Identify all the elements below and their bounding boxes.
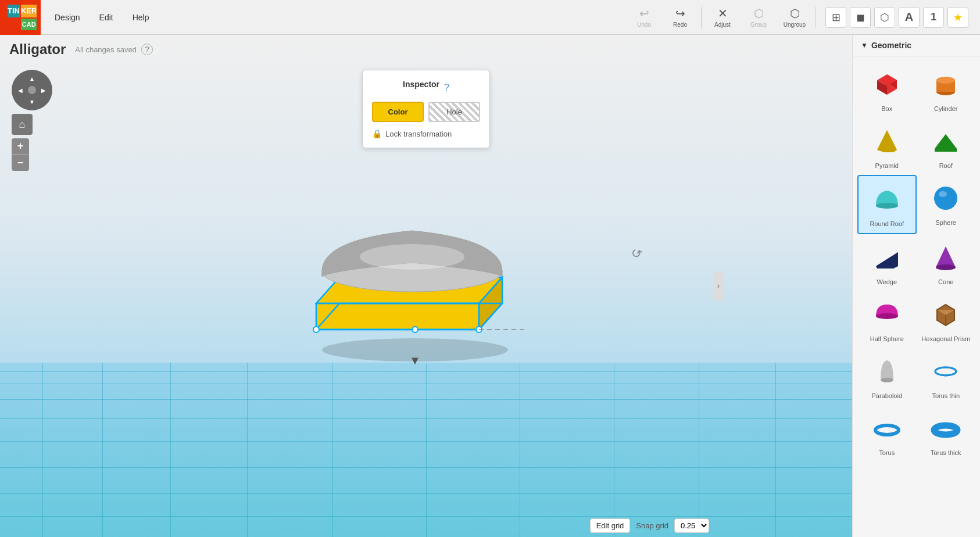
shape-roof[interactable]: Roof: [917, 118, 976, 175]
svg-point-10: [360, 244, 464, 270]
roof-icon: [928, 124, 963, 159]
project-title[interactable]: Alligator: [9, 41, 66, 58]
num-view-icon[interactable]: 1: [923, 7, 944, 28]
round-roof-icon: [870, 182, 904, 217]
shape-cylinder[interactable]: Cylinder: [917, 61, 976, 118]
logo-tin: TIN: [8, 5, 20, 18]
shape-half-sphere[interactable]: Half Sphere: [857, 291, 917, 348]
snap-grid-label: Snap grid: [636, 521, 668, 530]
svg-point-41: [935, 367, 956, 375]
project-help-btn[interactable]: ?: [141, 44, 153, 55]
cube-view-icon[interactable]: ◼: [850, 7, 871, 28]
menu-design[interactable]: Design: [47, 9, 88, 26]
cylinder-label: Cylinder: [934, 105, 957, 112]
hole-button[interactable]: Hole: [428, 102, 480, 122]
adjust-button[interactable]: ✕ Adjust: [705, 2, 740, 33]
bottom-bar: Edit grid Snap grid 0.25 0.1 0.5 1.0: [0, 514, 718, 537]
cone-label: Cone: [938, 278, 953, 285]
shape-paraboloid[interactable]: Paraboloid: [857, 348, 917, 405]
home-view-btn[interactable]: ⌂: [12, 114, 33, 135]
ungroup-button[interactable]: ⬡ Ungroup: [777, 2, 812, 33]
canvas-area[interactable]: ▼ Alligator All changes saved ? ▲ ◀: [0, 35, 852, 537]
torus-thin-label: Torus thin: [932, 392, 960, 399]
svg-point-28: [934, 187, 957, 210]
grid-view-icon[interactable]: ⊞: [825, 7, 846, 28]
collapse-arrow-icon[interactable]: ▼: [861, 41, 868, 49]
group-button[interactable]: ⬡ Group: [741, 2, 776, 33]
nav-up[interactable]: ▲: [26, 73, 38, 84]
app-logo[interactable]: TIN KER CAD: [0, 0, 41, 35]
edit-grid-btn[interactable]: Edit grid: [590, 518, 631, 533]
menu-edit[interactable]: Edit: [91, 9, 121, 26]
nav-right[interactable]: ▶: [38, 84, 49, 96]
half-sphere-icon: [870, 297, 904, 332]
shape-sphere[interactable]: Sphere: [917, 175, 976, 234]
svg-point-11: [313, 327, 319, 332]
inspector-help[interactable]: ?: [444, 83, 449, 93]
shape-wedge[interactable]: Wedge: [857, 234, 917, 291]
shape-torus[interactable]: Torus: [857, 405, 917, 462]
cylinder-icon: [928, 67, 963, 102]
torus-thick-icon: [928, 411, 963, 446]
nav-controls: ▲ ◀ ▶ ▼ ⌂ + −: [12, 70, 52, 171]
svg-marker-2: [316, 303, 479, 330]
grid-lines: [0, 363, 852, 537]
half-sphere-label: Half Sphere: [870, 335, 904, 342]
right-panel: ▼ Geometric Box: [852, 35, 980, 537]
svg-marker-31: [876, 252, 898, 268]
logo-ker: KER: [21, 5, 37, 18]
saved-status: All changes saved: [75, 45, 137, 54]
svg-point-33: [936, 264, 956, 270]
svg-point-43: [934, 425, 957, 435]
lock-row[interactable]: 🔒 Lock transformation: [372, 129, 480, 138]
svg-point-42: [875, 425, 899, 435]
cone-icon: [928, 240, 963, 275]
shape-cone[interactable]: Cone: [917, 234, 976, 291]
pan-control[interactable]: ▲ ◀ ▶ ▼: [12, 70, 52, 110]
pyramid-icon: [870, 124, 904, 159]
redo-icon: ↪: [675, 6, 685, 20]
nav-down[interactable]: ▼: [26, 96, 38, 108]
menu-help[interactable]: Help: [124, 9, 158, 26]
collapse-panel-tab[interactable]: ›: [713, 271, 724, 300]
3d-object[interactable]: ▼: [305, 222, 525, 350]
hex-view-icon[interactable]: ⬡: [874, 7, 895, 28]
logo-blank: [8, 19, 20, 30]
drop-arrow: ▼: [409, 354, 421, 367]
svg-point-29: [939, 191, 947, 197]
shape-box[interactable]: Box: [857, 61, 917, 118]
undo-button[interactable]: ↩ Undo: [627, 2, 661, 33]
inspector-buttons: Color Hole: [372, 102, 480, 122]
nav-menus: Design Edit Help: [47, 9, 158, 26]
svg-marker-24: [877, 130, 897, 152]
shape-round-roof[interactable]: Round Roof: [857, 175, 917, 234]
shape-pyramid[interactable]: Pyramid: [857, 118, 917, 175]
group-icon: ⬡: [754, 6, 764, 20]
star-view-icon[interactable]: ★: [947, 7, 968, 28]
torus-thick-label: Torus thick: [931, 449, 961, 456]
redo-button[interactable]: ↪ Redo: [663, 2, 698, 33]
zoom-in-btn[interactable]: +: [12, 138, 29, 155]
sphere-label: Sphere: [936, 219, 956, 226]
text-view-icon[interactable]: A: [899, 7, 920, 28]
svg-marker-32: [936, 246, 956, 267]
wedge-label: Wedge: [877, 278, 897, 285]
main-area: ▼ Alligator All changes saved ? ▲ ◀: [0, 35, 980, 537]
separator-1: [701, 7, 702, 28]
torus-icon: [870, 411, 904, 446]
box-icon: [870, 67, 904, 102]
pyramid-label: Pyramid: [875, 162, 899, 169]
project-bar: Alligator All changes saved ?: [0, 35, 852, 64]
snap-grid-select[interactable]: 0.25 0.1 0.5 1.0: [674, 518, 709, 533]
shape-torus-thick[interactable]: Torus thick: [917, 405, 976, 462]
nav-left[interactable]: ◀: [15, 84, 26, 96]
shape-hex-prism[interactable]: Hexagonal Prism: [917, 291, 976, 348]
roof-label: Roof: [939, 162, 953, 169]
color-button[interactable]: Color: [372, 102, 424, 122]
zoom-out-btn[interactable]: −: [12, 155, 29, 171]
separator-2: [816, 7, 816, 28]
nav-center[interactable]: [26, 84, 38, 96]
inspector-title: Inspector: [403, 80, 439, 89]
shape-torus-thin[interactable]: Torus thin: [917, 348, 976, 405]
svg-point-22: [936, 77, 955, 84]
